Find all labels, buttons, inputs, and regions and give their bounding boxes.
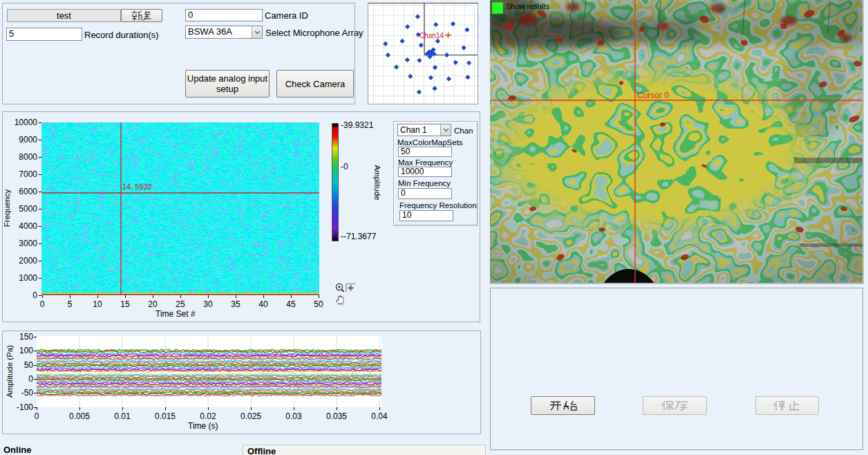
svg-text:Chan14: Chan14 xyxy=(419,32,444,39)
svg-text:Cursor 0: Cursor 0 xyxy=(637,91,669,100)
svg-text:Show results: Show results xyxy=(506,2,549,10)
svg-text:14, 5932: 14, 5932 xyxy=(122,183,152,191)
